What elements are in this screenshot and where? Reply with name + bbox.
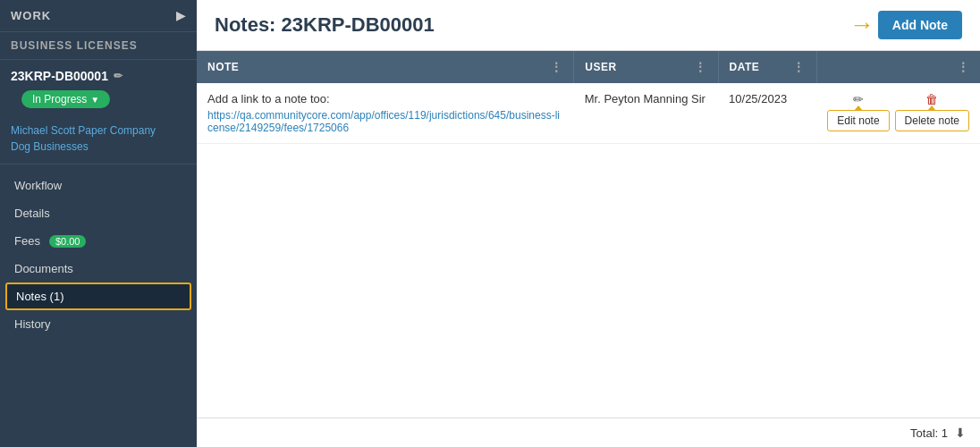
sidebar-nav: Workflow Details Fees $0.00 Documents No… — [0, 164, 197, 447]
edit-note-icon[interactable]: ✏ — [853, 92, 864, 106]
date-sort-icon[interactable]: ⋮ — [792, 60, 806, 74]
table-row: Add a link to a note too: https://qa.com… — [197, 83, 980, 144]
user-sort-icon[interactable]: ⋮ — [694, 60, 707, 74]
sidebar-item-history[interactable]: History — [0, 310, 197, 338]
main-content: Notes: 23KRP-DB00001 → Add Note NOTE ⋮ — [197, 0, 980, 447]
sidebar-item-workflow[interactable]: Workflow — [0, 172, 197, 199]
sidebar-link-company[interactable]: Michael Scott Paper Company — [11, 122, 186, 139]
notes-table: NOTE ⋮ USER ⋮ DATE ⋮ — [197, 51, 980, 144]
sidebar-item-notes[interactable]: Notes (1) — [5, 283, 191, 310]
main-header: Notes: 23KRP-DB00001 → Add Note — [197, 0, 980, 51]
work-arrow-icon: ▶ — [176, 9, 186, 22]
work-label: WORK — [11, 9, 51, 22]
actions-sort-icon[interactable]: ⋮ — [957, 60, 970, 74]
status-dropdown-icon: ▼ — [90, 95, 99, 105]
status-badge[interactable]: In Progress ▼ — [21, 90, 110, 108]
sidebar-item-documents[interactable]: Documents — [0, 255, 197, 283]
note-text: Add a link to a note too: — [207, 92, 330, 105]
col-header-note: NOTE ⋮ — [197, 51, 574, 83]
total-label: Total: 1 — [910, 426, 948, 440]
note-cell: Add a link to a note too: https://qa.com… — [197, 83, 574, 144]
record-id-text: 23KRP-DB00001 — [11, 69, 108, 83]
arrow-indicator-icon: → — [849, 11, 874, 39]
sidebar-item-details[interactable]: Details — [0, 199, 197, 227]
date-cell: 10/25/2023 — [718, 83, 816, 144]
status-label: In Progress — [32, 93, 87, 105]
sidebar-link-dog-businesses[interactable]: Dog Businesses — [11, 139, 186, 155]
notes-table-container: NOTE ⋮ USER ⋮ DATE ⋮ — [197, 51, 980, 417]
delete-note-tooltip: Delete note — [895, 110, 969, 131]
fees-badge: $0.00 — [49, 235, 87, 248]
sidebar-biz-licenses: BUSINESS LICENSES — [0, 32, 197, 60]
main-footer: Total: 1 ⬇ — [197, 417, 980, 447]
user-cell: Mr. Peyton Manning Sir — [574, 83, 718, 144]
sidebar-item-fees[interactable]: Fees $0.00 — [0, 227, 197, 255]
col-header-date: DATE ⋮ — [718, 51, 816, 83]
actions-cell: ✏ Edit note 🗑 Delete note — [816, 83, 980, 144]
record-edit-icon[interactable]: ✏ — [114, 70, 122, 82]
page-title: Notes: 23KRP-DB00001 — [215, 13, 435, 37]
sidebar-links-section: Michael Scott Paper Company Dog Business… — [0, 122, 197, 164]
note-sort-icon[interactable]: ⋮ — [550, 60, 563, 74]
sidebar-record-id: 23KRP-DB00001 ✏ — [0, 60, 197, 87]
add-note-button[interactable]: Add Note — [878, 11, 962, 39]
note-link[interactable]: https://qa.communitycore.com/app/offices… — [207, 109, 563, 134]
download-icon[interactable]: ⬇ — [955, 426, 966, 440]
col-header-user: USER ⋮ — [574, 51, 718, 83]
delete-note-icon[interactable]: 🗑 — [925, 92, 938, 106]
edit-note-tooltip: Edit note — [827, 110, 889, 131]
sidebar-work-section[interactable]: WORK ▶ — [0, 0, 197, 32]
col-header-actions: ⋮ — [816, 51, 980, 83]
sidebar: WORK ▶ BUSINESS LICENSES 23KRP-DB00001 ✏… — [0, 0, 197, 447]
